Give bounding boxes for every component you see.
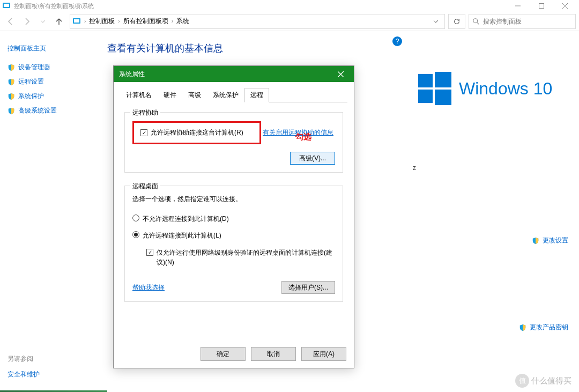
security-maintenance-link[interactable]: 安全和维护 (8, 371, 40, 378)
dialog-title: 系统属性 (119, 70, 332, 79)
check-annotation-text: 勾选 (295, 132, 311, 142)
windows-brand: Windows 10 (418, 72, 568, 105)
dialog-footer: 确定 取消 应用(A) (114, 341, 354, 368)
breadcrumb-1[interactable]: 所有控制面板项 (121, 17, 170, 26)
maximize-button[interactable] (530, 0, 553, 12)
system-properties-dialog: 系统属性 计算机名 硬件 高级 系统保护 远程 远程协助 允许远程协助连接这台计… (113, 65, 354, 368)
cancel-button[interactable]: 取消 (251, 347, 296, 361)
tab-strip: 计算机名 硬件 高级 系统保护 远程 (120, 87, 347, 102)
windows-brand-text: Windows 10 (459, 79, 552, 99)
select-users-button[interactable]: 选择用户(S)... (281, 281, 335, 294)
search-box[interactable] (469, 14, 576, 29)
link-label: 更改设置 (543, 236, 568, 245)
radio-label: 允许远程连接到此计算机(L) (143, 231, 221, 240)
nla-only-checkbox-row[interactable]: 仅允许运行使用网络级别身份验证的远程桌面的计算机连接(建议)(N) (146, 248, 335, 267)
radio-label: 不允许远程连接到此计算机(D) (143, 215, 229, 224)
checkbox-label: 允许远程协助连接这台计算机(R) (151, 128, 243, 137)
radio-button[interactable] (132, 231, 139, 238)
navigation-toolbar: › 控制面板 › 所有控制面板项 › 系统 (0, 12, 579, 31)
svg-rect-3 (539, 4, 544, 9)
sidebar-label: 远程设置 (18, 77, 44, 86)
radio-button[interactable] (132, 215, 139, 221)
window-titlebar: 控制面板\所有控制面板项\系统 (0, 0, 579, 12)
close-button[interactable] (553, 0, 577, 12)
search-input[interactable] (483, 18, 572, 25)
help-me-choose-link[interactable]: 帮助我选择 (132, 283, 165, 292)
sidebar-item-system-protection[interactable]: 系统保护 (8, 92, 94, 101)
dialog-close-button[interactable] (332, 71, 348, 77)
svg-rect-13 (435, 90, 451, 105)
sidebar-item-remote-settings[interactable]: 远程设置 (8, 77, 94, 86)
windows-logo-icon (418, 72, 451, 105)
search-icon (472, 18, 480, 25)
change-product-key-link[interactable]: 更改产品密钥 (418, 323, 568, 332)
group-title: 远程桌面 (130, 182, 160, 191)
tab-hardware[interactable]: 硬件 (158, 88, 182, 102)
svg-rect-10 (418, 74, 433, 87)
close-icon (338, 71, 344, 77)
sidebar-item-device-manager[interactable]: 设备管理器 (8, 63, 94, 72)
see-also-section: 另请参阅 安全和维护 (8, 354, 40, 379)
breadcrumb-0[interactable]: 控制面板 (87, 17, 117, 26)
svg-rect-12 (418, 90, 433, 103)
sidebar-label: 设备管理器 (18, 63, 50, 72)
shield-icon (8, 107, 15, 115)
control-panel-icon (2, 2, 11, 10)
sidebar-item-advanced-settings[interactable]: 高级系统设置 (8, 106, 94, 115)
shield-icon (8, 78, 15, 86)
breadcrumb-2[interactable]: 系统 (174, 17, 191, 26)
svg-rect-7 (74, 19, 79, 23)
allow-remote-assistance-checkbox[interactable] (140, 129, 147, 136)
truncated-text: z (413, 164, 568, 172)
address-bar[interactable]: › 控制面板 › 所有控制面板项 › 系统 (70, 14, 445, 29)
checkbox-label: 仅允许运行使用网络级别身份验证的远程桌面的计算机连接(建议)(N) (157, 248, 335, 267)
right-column: Windows 10 z 更改设置 更改产品密钥 (413, 31, 579, 392)
svg-point-8 (473, 18, 478, 23)
chevron-right-icon[interactable]: › (83, 18, 87, 24)
radio-disallow-remote[interactable]: 不允许远程连接到此计算机(D) (132, 215, 335, 224)
radio-allow-remote[interactable]: 允许远程连接到此计算机(L) (132, 231, 335, 240)
watermark-text: 什么值得买 (531, 376, 571, 386)
help-icon[interactable]: ? (392, 36, 402, 46)
up-button[interactable] (51, 14, 66, 29)
nla-only-checkbox[interactable] (146, 249, 153, 256)
control-panel-home-link[interactable]: 控制面板主页 (8, 44, 94, 53)
watermark-icon: 值 (515, 374, 529, 388)
shield-icon (532, 237, 539, 245)
sidebar-label: 高级系统设置 (18, 106, 57, 115)
forward-button[interactable] (19, 14, 34, 29)
change-settings-link[interactable]: 更改设置 (418, 236, 568, 245)
sidebar: 控制面板主页 设备管理器 远程设置 系统保护 高级系统设置 另请参阅 安全和维护 (0, 31, 102, 392)
minimize-button[interactable] (506, 0, 530, 12)
group-title: 远程协助 (130, 108, 160, 117)
shield-icon (8, 64, 15, 71)
tab-remote[interactable]: 远程 (244, 88, 269, 102)
svg-rect-11 (435, 72, 451, 87)
ok-button[interactable]: 确定 (201, 347, 246, 361)
link-label: 更改产品密钥 (530, 323, 568, 332)
dialog-titlebar[interactable]: 系统属性 (114, 66, 354, 82)
remote-desktop-group: 远程桌面 选择一个选项，然后指定谁可以连接。 不允许远程连接到此计算机(D) 允… (124, 186, 343, 302)
refresh-button[interactable] (448, 14, 465, 29)
tab-advanced[interactable]: 高级 (182, 88, 207, 102)
refresh-icon (453, 18, 461, 25)
shield-icon (519, 324, 526, 331)
svg-rect-1 (4, 4, 9, 7)
window-title: 控制面板\所有控制面板项\系统 (14, 2, 94, 10)
recent-dropdown[interactable] (35, 14, 50, 29)
back-button[interactable] (3, 14, 18, 29)
system-icon (72, 17, 81, 26)
chevron-right-icon[interactable]: › (117, 18, 121, 24)
advanced-button[interactable]: 高级(V)... (290, 152, 335, 165)
tab-system-protection[interactable]: 系统保护 (207, 88, 244, 102)
page-title: 查看有关计算机的基本信息 (107, 42, 407, 55)
chevron-right-icon[interactable]: › (170, 18, 174, 24)
watermark: 值 什么值得买 (515, 374, 571, 388)
address-dropdown[interactable] (429, 15, 442, 28)
see-also-label: 另请参阅 (8, 354, 40, 364)
sidebar-label: 系统保护 (18, 92, 44, 101)
tab-computer-name[interactable]: 计算机名 (120, 88, 158, 102)
highlight-annotation-box: 允许远程协助连接这台计算机(R) (132, 121, 261, 144)
shield-icon (8, 93, 15, 100)
apply-button[interactable]: 应用(A) (301, 347, 346, 361)
